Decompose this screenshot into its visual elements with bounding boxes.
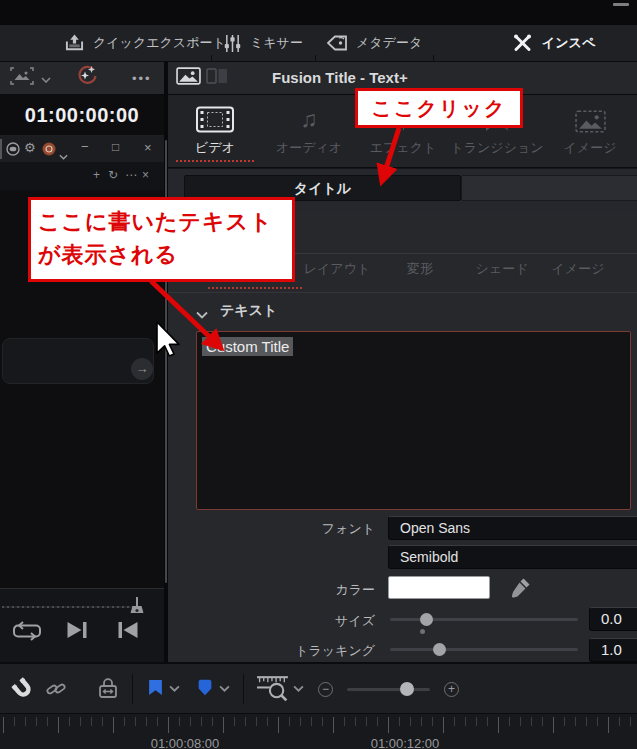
color-swatch[interactable] (388, 576, 490, 599)
timecode-bar: 01:00:00:00 (0, 95, 164, 136)
tracking-value: 1.0 (601, 641, 622, 658)
tab-effects-label: エフェクト (356, 139, 450, 157)
viewer-toolbar: ••• Fusion Title - Text+ (0, 62, 637, 95)
ruler-major-ticks (3, 717, 637, 733)
metadata-button[interactable]: メタデータ (327, 25, 422, 61)
zoom-out-button[interactable]: − (318, 682, 333, 697)
loop-button[interactable] (12, 621, 42, 645)
size-value-field[interactable]: 0.0 (589, 607, 637, 631)
more-icon[interactable]: ⋯ (125, 168, 137, 182)
submit-arrow-button[interactable]: → (131, 358, 153, 380)
close-icon[interactable]: × (142, 168, 149, 182)
minimize-button[interactable]: − (81, 139, 89, 154)
subtab-image[interactable]: イメージ (552, 260, 605, 278)
ruler-label: 01:00:12:00 (371, 736, 440, 749)
viewer-options-button[interactable]: ••• (132, 62, 152, 94)
quick-export-button[interactable]: クイックエクスポート (65, 25, 226, 61)
title-text-textarea[interactable]: Custom Title (196, 331, 631, 510)
title-text-value: Custom Title (202, 337, 293, 356)
comment-input[interactable] (2, 338, 154, 384)
snapping-magnet-button[interactable] (10, 676, 35, 701)
split-view-icon (206, 68, 228, 88)
font-label: フォント (225, 520, 375, 538)
tab-video[interactable]: ビデオ (168, 95, 262, 168)
main-toolbar: クイックエクスポート ミキサー メタデータ インスペ (0, 25, 637, 62)
marker-button[interactable] (198, 679, 212, 696)
tab-transition-label: トランジション (450, 139, 544, 157)
subtab-transform[interactable]: 変形 (407, 260, 433, 278)
font-weight-value: Semibold (400, 549, 458, 565)
enhance-button[interactable] (76, 62, 98, 94)
timeline-zoom-tool-button[interactable] (256, 675, 291, 702)
add-icon[interactable]: + (93, 168, 100, 182)
image-dashed-icon (543, 95, 637, 135)
prev-frame-button[interactable] (116, 621, 139, 643)
dual-view-button[interactable] (206, 62, 228, 94)
tracking-value-field[interactable]: 1.0 (589, 638, 637, 662)
tracking-label: トラッキング (225, 642, 375, 660)
segment-settings-tab[interactable]: 設定 (461, 175, 637, 201)
jog-handle[interactable] (129, 597, 145, 621)
chevron-down-icon (41, 69, 51, 87)
arrow-right-icon: → (136, 361, 149, 376)
subtab-active-underline (208, 287, 302, 289)
font-weight-dropdown[interactable]: Semibold (388, 545, 637, 569)
mixer-label: ミキサー (250, 34, 303, 52)
mixer-button[interactable]: ミキサー (224, 25, 303, 61)
zoom-slider-handle[interactable] (400, 682, 414, 696)
refresh-icon[interactable]: ↻ (108, 168, 118, 182)
tracking-slider-track[interactable] (390, 648, 578, 651)
font-family-dropdown[interactable]: Open Sans (388, 516, 637, 540)
metadata-tag-icon (327, 35, 347, 51)
tab-video-label: ビデオ (168, 139, 262, 157)
flag-button[interactable] (148, 679, 163, 696)
maximize-button[interactable]: □ (112, 140, 119, 154)
annotation-text-note: ここに書いたテキスト が表示される (28, 197, 295, 282)
overlay-edge (0, 139, 2, 159)
settings-gear-icon[interactable]: ⚙ (24, 140, 36, 155)
zoom-in-button[interactable]: + (444, 682, 459, 697)
annotation-text-note-line2: が表示される (38, 238, 292, 271)
annotation-text-note-line1: ここに書いたテキスト (38, 205, 292, 238)
flag-chevron-icon[interactable] (169, 685, 180, 692)
marker-chevron-icon[interactable] (219, 685, 230, 692)
inspector-button[interactable]: インスペ (512, 25, 595, 61)
ruler-label: 01:00:08:00 (151, 736, 220, 749)
subtab-layout[interactable]: レイアウト (304, 260, 371, 278)
size-label: サイズ (225, 612, 375, 630)
tab-image[interactable]: イメージ (543, 95, 637, 168)
size-slider-handle[interactable] (420, 613, 433, 626)
zoom-slider-track[interactable] (347, 688, 430, 691)
film-frame-icon (168, 95, 262, 135)
metadata-label: メタデータ (356, 34, 422, 52)
size-slider-track[interactable] (390, 618, 578, 621)
capture-icon[interactable] (6, 142, 20, 160)
next-frame-button[interactable] (66, 621, 89, 643)
record-badge-icon[interactable] (42, 142, 56, 160)
davinci-resolve-window: クイックエクスポート ミキサー メタデータ インスペ (0, 0, 637, 749)
tracking-slider-handle[interactable] (433, 643, 446, 656)
color-label: カラー (225, 581, 375, 599)
viewer-source-button[interactable] (10, 62, 51, 94)
overlay-minimize-dash[interactable] (613, 3, 629, 6)
recorder-overlay-titlebar: ⚙ − □ × (0, 136, 164, 162)
jog-track[interactable] (2, 606, 140, 608)
link-clips-button[interactable] (46, 679, 66, 699)
tab-image-label: イメージ (543, 139, 637, 157)
transport-zone (0, 588, 164, 662)
image-brackets-icon (10, 67, 34, 89)
timeline-ruler[interactable]: 01:00:08:00 01:00:12:00 (0, 713, 637, 749)
size-default-dot (420, 629, 425, 634)
close-button[interactable]: × (144, 140, 152, 155)
zoom-chevron-icon[interactable] (293, 685, 304, 692)
section-chevron-icon[interactable] (196, 305, 208, 323)
inspector-tools-icon (512, 33, 533, 53)
position-lock-button[interactable] (97, 678, 119, 699)
tab-audio[interactable]: ♫ オーディオ (262, 95, 356, 168)
eyedropper-icon[interactable] (509, 577, 531, 603)
quick-export-label: クイックエクスポート (93, 34, 226, 52)
text-section-header[interactable]: テキスト (220, 302, 277, 320)
annotation-click-here: ここクリック (355, 88, 523, 128)
subtab-shading[interactable]: シェード (476, 260, 529, 278)
timeline-view-button[interactable] (176, 62, 201, 94)
